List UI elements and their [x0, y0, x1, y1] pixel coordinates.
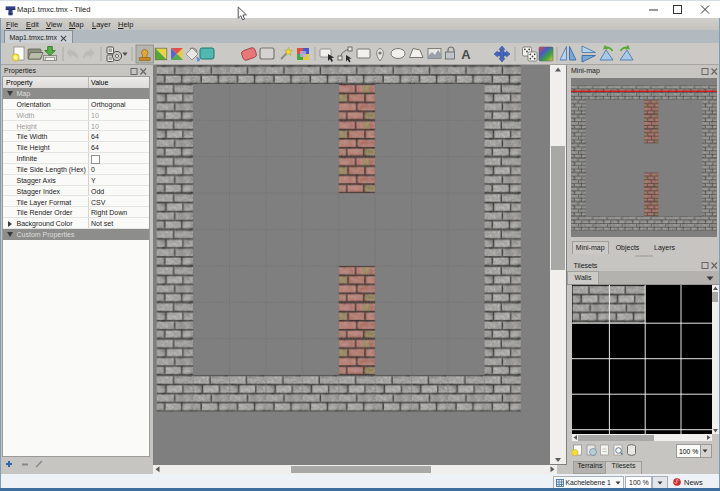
svg-text:A: A [461, 47, 471, 62]
